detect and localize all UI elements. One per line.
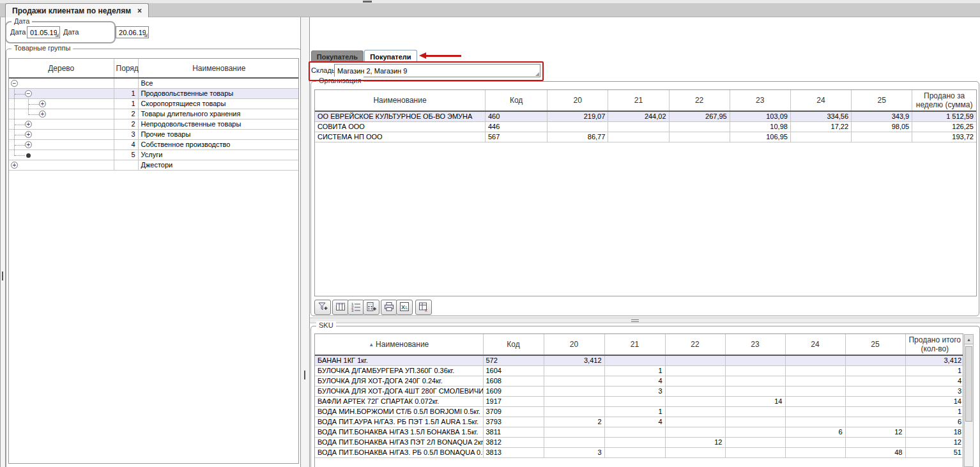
column-header[interactable]: Код bbox=[483, 334, 544, 355]
svg-text:3: 3 bbox=[351, 309, 354, 312]
tree-row[interactable]: +4Собственное производство bbox=[9, 140, 299, 150]
table-columns-button[interactable] bbox=[332, 300, 349, 315]
column-header[interactable]: 24 bbox=[785, 334, 845, 355]
tree-row[interactable]: +3Прочие товары bbox=[9, 130, 299, 140]
expand-icon[interactable]: + bbox=[11, 162, 18, 169]
column-header[interactable]: Код bbox=[486, 90, 547, 111]
tree-row[interactable]: −Все bbox=[9, 78, 299, 89]
tree-table: Дерево Поряд Наименование −Все−1Продовол… bbox=[9, 59, 299, 171]
sku-row[interactable]: ВОДА ПИТ.АУРА Н/ГАЗ. РБ ПЭТ 1.5Л AURA 1.… bbox=[315, 417, 963, 427]
scrollbar-thumb[interactable] bbox=[965, 346, 972, 422]
grid-cell: 3813 bbox=[483, 448, 544, 458]
sku-row[interactable]: БАНАН 1КГ 1кг.5723,4123,412 bbox=[315, 355, 963, 366]
numbered-list-button[interactable]: 123 bbox=[348, 300, 364, 315]
grid-cell: 572 bbox=[483, 355, 544, 366]
tree-row[interactable]: +2Товары длительного хранения bbox=[9, 109, 299, 119]
print-button[interactable] bbox=[381, 300, 397, 315]
tree-row[interactable]: +1Скоропортящиеся товары bbox=[9, 99, 299, 109]
sku-row[interactable]: ВОДА ПИТ.БОНАКВА Н/ГАЗ 1.5Л БОНАКВА 1.5к… bbox=[315, 427, 963, 438]
warehouses-input[interactable] bbox=[334, 64, 540, 77]
column-header[interactable]: 25 bbox=[845, 334, 905, 355]
column-header[interactable]: Продано итого (кол-во) bbox=[905, 334, 963, 355]
sku-row[interactable]: БУЛОЧКА ДЛЯ ХОТ-ДОГА 4ШТ 280Г СМОЛЕВИЧИ … bbox=[315, 387, 963, 397]
warehouses-dropdown-corner-icon[interactable] bbox=[535, 72, 539, 76]
sku-row[interactable]: БУЛОЧКА Д/ГАМБУРГЕРА УП.360Г 0.36кг.1604… bbox=[315, 366, 963, 376]
collapse-icon[interactable]: − bbox=[25, 90, 32, 97]
tree-row[interactable]: −1Продовольственные товары bbox=[9, 89, 299, 99]
column-header[interactable]: 23 bbox=[730, 90, 790, 111]
date-dropdown-corner-icon[interactable] bbox=[144, 33, 148, 37]
column-header[interactable]: 22 bbox=[669, 90, 730, 111]
column-header[interactable]: 20 bbox=[544, 334, 604, 355]
grid-cell bbox=[665, 366, 725, 376]
product-groups-label: Товарные группы bbox=[11, 44, 73, 52]
excel-export-button[interactable]: XL bbox=[396, 300, 413, 315]
grid-cell: 193,72 bbox=[912, 132, 976, 142]
sku-scrollbar[interactable]: ▲ bbox=[964, 334, 974, 467]
grid-cell bbox=[725, 417, 785, 427]
left-splitter[interactable] bbox=[0, 17, 6, 467]
numbered-list-icon: 123 bbox=[350, 301, 362, 314]
grid-cell bbox=[544, 438, 604, 448]
org-row[interactable]: СИСТЕМА НП ООО56786,77106,95193,72 bbox=[315, 132, 976, 142]
middle-splitter[interactable] bbox=[300, 17, 310, 467]
tree-row[interactable]: +Джестори bbox=[9, 160, 299, 171]
sku-row[interactable]: ВОДА ПИТ.БОНАКВА Н/ГАЗ ПЭТ 2Л BONAQUA 2к… bbox=[315, 438, 963, 448]
horizontal-splitter[interactable] bbox=[310, 318, 980, 323]
column-header-tree[interactable]: Дерево bbox=[9, 59, 114, 78]
column-header-name[interactable]: Наименование bbox=[138, 59, 299, 78]
grid-cell: 48 bbox=[845, 448, 905, 458]
tree-row[interactable]: 5Услуги bbox=[9, 150, 299, 160]
date-dropdown-corner-icon[interactable] bbox=[55, 33, 59, 37]
column-header[interactable]: 22 bbox=[665, 334, 725, 355]
expand-icon[interactable]: + bbox=[39, 100, 46, 107]
grid-cell bbox=[544, 397, 604, 407]
grid-cell: 3 bbox=[544, 448, 604, 458]
tab-buyer[interactable]: Покупатель bbox=[311, 50, 364, 63]
tree-name-cell: Собственное производство bbox=[138, 140, 299, 150]
expand-icon[interactable]: + bbox=[25, 141, 32, 148]
column-header[interactable]: Продано за неделю (сумма) bbox=[912, 90, 976, 111]
collapse-icon[interactable]: − bbox=[11, 80, 18, 87]
grid-cell: 126,25 bbox=[912, 122, 976, 132]
tree-guide-line bbox=[15, 94, 25, 95]
grid-cell: ВОДА ПИТ.БОНАКВА Н/ГАЗ. РБ 0.5Л BONAQUA … bbox=[315, 448, 483, 458]
tab-buyers[interactable]: Покупатели bbox=[364, 50, 417, 63]
tree-name-cell: Джестори bbox=[138, 160, 299, 171]
org-row[interactable]: СОВИТА ООО44610,9817,2298,05126,25 bbox=[315, 122, 976, 132]
column-header[interactable]: 21 bbox=[604, 334, 665, 355]
grid-cell bbox=[845, 355, 905, 366]
filter-add-button[interactable] bbox=[314, 300, 331, 315]
column-header[interactable]: 21 bbox=[608, 90, 669, 111]
scroll-up-icon[interactable]: ▲ bbox=[965, 335, 973, 344]
grid-cell: ОО ЕВРЕЙСКОЕ КУЛЬТУРНОЕ ОБ-ВО ЭМУНА bbox=[315, 111, 486, 122]
column-header[interactable]: ▲Наименование bbox=[315, 334, 483, 355]
column-header[interactable]: 24 bbox=[790, 90, 851, 111]
expand-icon[interactable]: + bbox=[25, 131, 32, 138]
column-header[interactable]: Наименование bbox=[315, 90, 486, 111]
org-row[interactable]: ОО ЕВРЕЙСКОЕ КУЛЬТУРНОЕ ОБ-ВО ЭМУНА46021… bbox=[315, 111, 976, 122]
tree-guide-line bbox=[14, 109, 15, 119]
column-header[interactable]: 25 bbox=[852, 90, 912, 111]
sku-row[interactable]: ВОДА МИН.БОРЖОМИ СТ/Б 0.5Л BORJOMI 0.5кг… bbox=[315, 407, 963, 417]
expand-icon[interactable]: + bbox=[25, 121, 32, 128]
sku-row[interactable]: ВОДА ПИТ.БОНАКВА Н/ГАЗ. РБ 0.5Л BONAQUA … bbox=[315, 448, 963, 458]
close-tab-icon[interactable]: × bbox=[137, 6, 142, 15]
grid-cell: 6 bbox=[785, 427, 845, 438]
grid-cell: 51 bbox=[905, 448, 963, 458]
grid-cell: 446 bbox=[486, 122, 547, 132]
expand-icon[interactable]: + bbox=[39, 111, 46, 118]
tree-order-cell: 2 bbox=[114, 109, 138, 119]
column-header[interactable]: 23 bbox=[725, 334, 785, 355]
tree-row[interactable]: +2Непродовольственные товары bbox=[9, 119, 299, 130]
document-tab[interactable]: Продажи клиентам по неделям × bbox=[5, 3, 149, 17]
sku-row[interactable]: БУЛОЧКА ДЛЯ ХОТ-ДОГА 240Г 0.24кг.160844 bbox=[315, 376, 963, 387]
grid-cell: 14 bbox=[905, 397, 963, 407]
column-header[interactable]: 20 bbox=[547, 90, 608, 111]
column-settings-button[interactable]: x bbox=[415, 300, 432, 315]
leaf-dot-icon bbox=[26, 153, 31, 158]
column-header-order[interactable]: Поряд bbox=[114, 59, 138, 78]
calculator-add-button[interactable] bbox=[363, 300, 379, 315]
sku-row[interactable]: ВАФЛИ АРТЕК 72Г СПАРТАК 0.072кг.19171414 bbox=[315, 397, 963, 407]
grid-cell: СИСТЕМА НП ООО bbox=[315, 132, 486, 142]
